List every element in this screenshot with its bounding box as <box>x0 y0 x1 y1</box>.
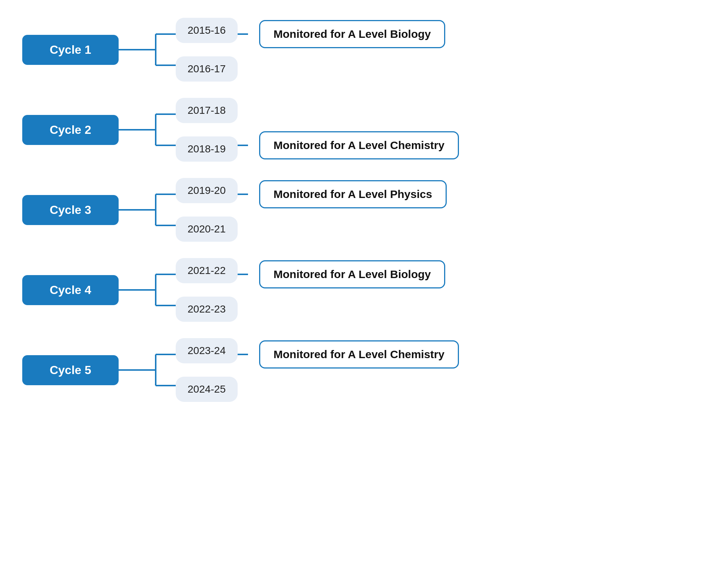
cycle-row-3: Cycle 32019-202020-21Monitored for A Lev… <box>22 175 702 245</box>
years-col-5: 2023-242024-25 <box>176 335 238 405</box>
cycle-label-1: Cycle 1 <box>22 35 119 65</box>
monitor-box-3: Monitored for A Level Physics <box>259 180 447 208</box>
year-pill-3-1: 2019-20 <box>176 178 238 203</box>
monitor-connector-5 <box>238 354 248 355</box>
year-row-2-2: Monitored for A Level Chemistry <box>238 133 459 157</box>
conn-mon-wrapper-2: Monitored for A Level Chemistry <box>238 102 459 157</box>
bracket-svg-2 <box>141 102 157 157</box>
bracket-svg-3 <box>141 182 157 237</box>
right-section-5: 2023-242024-25Monitored for A Level Chem… <box>176 335 459 405</box>
right-section-4: 2021-222022-23Monitored for A Level Biol… <box>176 255 445 325</box>
monitor-box-4: Monitored for A Level Biology <box>259 260 445 288</box>
monitor-box-2: Monitored for A Level Chemistry <box>259 131 459 159</box>
conn-svg-5 <box>157 343 176 397</box>
monitor-connector-2 <box>238 145 248 146</box>
monitor-box-5: Monitored for A Level Chemistry <box>259 340 459 369</box>
year-row-5-2 <box>238 374 459 397</box>
h-connector-5 <box>119 369 141 371</box>
cycle-row-4: Cycle 42021-222022-23Monitored for A Lev… <box>22 255 702 325</box>
year-row-2-1 <box>238 102 459 126</box>
h-connector-3 <box>119 209 141 211</box>
spacer-5-2 <box>238 374 248 397</box>
conn-svg-2 <box>157 102 176 157</box>
conn-svg-1 <box>157 22 176 77</box>
conn-mon-wrapper-1: Monitored for A Level Biology <box>238 22 445 77</box>
years-col-4: 2021-222022-23 <box>176 255 238 325</box>
year-pill-2-2: 2018-19 <box>176 136 238 162</box>
spacer-1-2 <box>238 53 248 77</box>
cycle-label-3: Cycle 3 <box>22 195 119 225</box>
conn-svg-4 <box>157 262 176 317</box>
year-row-3-2 <box>238 214 447 237</box>
year-pill-4-1: 2021-22 <box>176 258 238 283</box>
h-connector-2 <box>119 129 141 131</box>
h-connector-1 <box>119 49 141 50</box>
monitor-box-1: Monitored for A Level Biology <box>259 20 445 48</box>
right-section-2: 2017-182018-19Monitored for A Level Chem… <box>176 95 459 165</box>
spacer-3-2 <box>238 214 248 237</box>
conn-mon-wrapper-4: Monitored for A Level Biology <box>238 262 445 317</box>
conn-svg-3 <box>157 182 176 237</box>
conn-mon-wrapper-5: Monitored for A Level Chemistry <box>238 343 459 397</box>
year-pill-5-2: 2024-25 <box>176 377 238 402</box>
monitor-connector-1 <box>238 33 248 35</box>
year-pill-2-1: 2017-18 <box>176 98 238 123</box>
h-connector-4 <box>119 289 141 291</box>
cycle-label-2: Cycle 2 <box>22 115 119 145</box>
monitor-connector-4 <box>238 274 248 275</box>
bracket-svg-1 <box>141 22 157 77</box>
year-pill-5-1: 2023-24 <box>176 338 238 363</box>
year-row-5-1: Monitored for A Level Chemistry <box>238 343 459 366</box>
right-section-3: 2019-202020-21Monitored for A Level Phys… <box>176 175 447 245</box>
year-pill-1-1: 2015-16 <box>176 18 238 43</box>
year-row-4-2 <box>238 294 445 317</box>
years-col-2: 2017-182018-19 <box>176 95 238 165</box>
year-row-1-1: Monitored for A Level Biology <box>238 22 445 46</box>
cycle-row-1: Cycle 12015-162016-17Monitored for A Lev… <box>22 15 702 85</box>
years-col-3: 2019-202020-21 <box>176 175 238 245</box>
conn-mon-wrapper-3: Monitored for A Level Physics <box>238 182 447 237</box>
year-row-3-1: Monitored for A Level Physics <box>238 182 447 206</box>
bracket-svg-4 <box>141 262 157 317</box>
year-pill-3-2: 2020-21 <box>176 217 238 242</box>
year-pill-1-2: 2016-17 <box>176 56 238 82</box>
diagram: Cycle 12015-162016-17Monitored for A Lev… <box>22 15 702 405</box>
cycle-label-5: Cycle 5 <box>22 355 119 385</box>
spacer-2-1 <box>238 102 248 126</box>
year-row-1-2 <box>238 53 445 77</box>
right-section-1: 2015-162016-17Monitored for A Level Biol… <box>176 15 445 85</box>
year-pill-4-2: 2022-23 <box>176 297 238 322</box>
cycle-row-2: Cycle 22017-182018-19Monitored for A Lev… <box>22 95 702 165</box>
cycle-label-4: Cycle 4 <box>22 275 119 305</box>
years-col-1: 2015-162016-17 <box>176 15 238 85</box>
cycle-row-5: Cycle 52023-242024-25Monitored for A Lev… <box>22 335 702 405</box>
monitor-connector-3 <box>238 194 248 195</box>
year-row-4-1: Monitored for A Level Biology <box>238 262 445 286</box>
spacer-4-2 <box>238 294 248 317</box>
bracket-svg-5 <box>141 343 157 397</box>
